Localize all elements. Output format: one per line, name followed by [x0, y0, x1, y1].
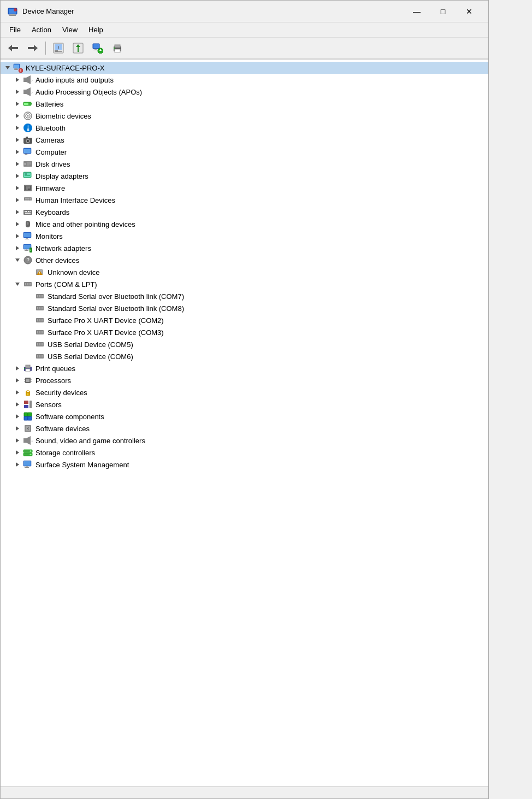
- tree-item-hid[interactable]: Human Interface Devices: [1, 194, 488, 206]
- expand-icon-firmware[interactable]: [13, 183, 22, 193]
- expand-icon-softdev[interactable]: [13, 424, 22, 433]
- svg-point-63: [24, 163, 26, 165]
- item-label-com3: Surface Pro X UART Device (COM3): [48, 328, 164, 337]
- tree-item-com6[interactable]: USB Serial Device (COM6): [1, 350, 488, 362]
- item-icon-monitors: [22, 231, 33, 242]
- expand-icon-disk[interactable]: [13, 159, 22, 169]
- svg-marker-177: [26, 436, 31, 445]
- tree-item-sensors[interactable]: Sensors: [1, 398, 488, 410]
- tree-item-com2[interactable]: Surface Pro X UART Device (COM2): [1, 314, 488, 326]
- toolbar-update-button[interactable]: [69, 40, 87, 56]
- tree-item-biometric[interactable]: Biometric devices: [1, 110, 488, 122]
- tree-item-storage[interactable]: Storage controllers: [1, 446, 488, 459]
- svg-rect-80: [25, 198, 27, 199]
- expand-icon-storage[interactable]: [13, 448, 22, 457]
- tree-item-keyboards[interactable]: Keyboards: [1, 206, 488, 218]
- item-label-ports: Ports (COM & LPT): [36, 280, 97, 289]
- expand-icon-security[interactable]: [13, 387, 22, 397]
- menu-view[interactable]: View: [57, 24, 83, 36]
- tree-item-other[interactable]: ?Other devices: [1, 254, 488, 266]
- svg-text:!: !: [39, 271, 40, 275]
- item-label-processors: Processors: [36, 377, 71, 385]
- device-tree[interactable]: !KYLE-SURFACE-PRO-X♪Audio inputs and out…: [1, 60, 488, 786]
- expand-icon-processors[interactable]: [13, 375, 22, 385]
- tree-item-firmware[interactable]: Firmware: [1, 182, 488, 194]
- expand-icon-sound[interactable]: [13, 436, 22, 445]
- expand-icon-sensors[interactable]: [13, 400, 22, 409]
- toolbar-print-button[interactable]: [108, 40, 127, 56]
- expand-icon-bluetooth[interactable]: [13, 123, 22, 133]
- expand-icon-display[interactable]: [13, 171, 22, 181]
- menu-file[interactable]: File: [4, 24, 26, 36]
- tree-item-mice[interactable]: Mice and other pointing devices: [1, 218, 488, 230]
- toolbar-back-button[interactable]: [4, 40, 22, 56]
- svg-rect-130: [37, 319, 38, 321]
- menu-action[interactable]: Action: [26, 24, 57, 36]
- tree-item-print[interactable]: Print queues: [1, 362, 488, 374]
- toolbar-properties-button[interactable]: i: [49, 40, 68, 56]
- svg-marker-157: [16, 390, 19, 395]
- expand-icon-other[interactable]: [13, 255, 22, 265]
- item-icon-storage: [22, 447, 33, 458]
- tree-item-com3[interactable]: Surface Pro X UART Device (COM3): [1, 326, 488, 338]
- svg-rect-134: [37, 331, 38, 333]
- item-label-softdev: Software devices: [36, 425, 90, 433]
- item-icon-mice: [22, 219, 33, 230]
- expand-icon-surfacesys[interactable]: [13, 460, 22, 469]
- tree-item-com7[interactable]: Standard Serial over Bluetooth link (COM…: [1, 290, 488, 302]
- tree-item-com5[interactable]: USB Serial Device (COM5): [1, 338, 488, 350]
- expand-icon-print[interactable]: [13, 363, 22, 373]
- tree-item-cameras[interactable]: Cameras: [1, 134, 488, 146]
- expand-icon-audio[interactable]: [13, 75, 22, 85]
- svg-text:♪: ♪: [31, 91, 33, 94]
- tree-item-monitors[interactable]: Monitors: [1, 230, 488, 242]
- tree-item-unknown[interactable]: !Unknown device: [1, 266, 488, 278]
- toolbar-scan-button[interactable]: [88, 40, 107, 56]
- menu-help[interactable]: Help: [83, 24, 109, 36]
- svg-rect-188: [25, 467, 29, 468]
- expand-icon-apo[interactable]: [13, 87, 22, 97]
- item-label-batteries: Batteries: [36, 100, 63, 108]
- expand-icon-ports[interactable]: [13, 279, 22, 289]
- svg-marker-78: [16, 198, 19, 202]
- tree-item-sound[interactable]: ♪Sound, video and game controllers: [1, 434, 488, 446]
- tree-item-security[interactable]: Security devices: [1, 386, 488, 398]
- tree-item-computer[interactable]: Computer: [1, 146, 488, 158]
- tree-item-disk[interactable]: Disk drives: [1, 158, 488, 170]
- maximize-button[interactable]: □: [430, 3, 456, 20]
- expand-icon-cameras[interactable]: [13, 135, 22, 145]
- expand-icon-hid[interactable]: [13, 195, 22, 205]
- tree-item-surfacesys[interactable]: Surface System Management: [1, 459, 488, 471]
- svg-rect-91: [29, 211, 31, 212]
- item-label-com5: USB Serial Device (COM5): [48, 340, 133, 349]
- close-button[interactable]: ✕: [457, 3, 482, 20]
- expand-icon-biometric[interactable]: [13, 111, 22, 121]
- tree-item-ports[interactable]: Ports (COM & LPT): [1, 278, 488, 290]
- toolbar-forward-button[interactable]: [23, 40, 42, 56]
- tree-item-apo[interactable]: ♪Audio Processing Objects (APOs): [1, 86, 488, 98]
- expand-icon-monitors[interactable]: [13, 231, 22, 241]
- tree-item-processors[interactable]: Processors: [1, 374, 488, 386]
- expand-icon-computer[interactable]: [13, 147, 22, 157]
- expand-icon-mice[interactable]: [13, 219, 22, 229]
- item-label-com8: Standard Serial over Bluetooth link (COM…: [48, 304, 184, 313]
- tree-item-softdev[interactable]: Software devices: [1, 422, 488, 434]
- svg-rect-22: [115, 45, 120, 48]
- tree-item-softcomp[interactable]: Software components: [1, 410, 488, 422]
- tree-item-display[interactable]: Display adapters: [1, 170, 488, 182]
- tree-item-network[interactable]: ▸Network adapters: [1, 242, 488, 254]
- tree-item-root[interactable]: !KYLE-SURFACE-PRO-X: [1, 62, 488, 74]
- tree-item-audio[interactable]: ♪Audio inputs and outputs: [1, 74, 488, 86]
- svg-rect-24: [114, 48, 115, 49]
- expand-icon-root[interactable]: [3, 63, 13, 73]
- expand-icon-network[interactable]: [13, 243, 22, 253]
- expand-icon-batteries[interactable]: [13, 99, 22, 109]
- expand-icon-keyboards[interactable]: [13, 207, 22, 217]
- svg-marker-170: [16, 426, 19, 431]
- tree-item-com8[interactable]: Standard Serial over Bluetooth link (COM…: [1, 302, 488, 314]
- tree-item-bluetooth[interactable]: ⭳Bluetooth: [1, 122, 488, 134]
- tree-item-batteries[interactable]: Batteries: [1, 98, 488, 110]
- minimize-button[interactable]: —: [404, 3, 429, 20]
- expand-icon-softcomp[interactable]: [13, 412, 22, 421]
- svg-marker-56: [16, 150, 19, 154]
